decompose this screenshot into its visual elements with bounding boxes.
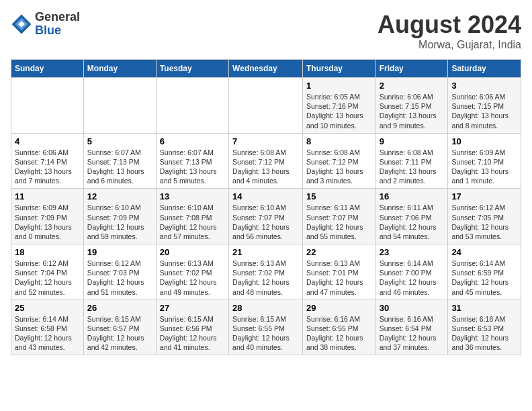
calendar-cell: 27Sunrise: 6:15 AMSunset: 6:56 PMDayligh…	[156, 300, 228, 355]
day-header-sunday: Sunday	[11, 60, 84, 78]
cell-detail: Daylight: 12 hours and 42 minutes.	[87, 333, 152, 352]
day-number: 26	[87, 303, 152, 313]
calendar-cell: 14Sunrise: 6:10 AMSunset: 7:07 PMDayligh…	[229, 189, 303, 244]
calendar-cell	[229, 78, 303, 134]
cell-detail: Sunrise: 6:08 AM	[232, 148, 299, 157]
day-number: 3	[451, 81, 517, 91]
cell-detail: Daylight: 12 hours and 55 minutes.	[306, 222, 372, 241]
calendar-cell: 16Sunrise: 6:11 AMSunset: 7:06 PMDayligh…	[375, 189, 448, 244]
cell-detail: Daylight: 12 hours and 56 minutes.	[232, 222, 299, 241]
calendar-cell: 5Sunrise: 6:07 AMSunset: 7:13 PMDaylight…	[83, 133, 156, 189]
cell-detail: Daylight: 12 hours and 45 minutes.	[451, 277, 517, 296]
day-header-saturday: Saturday	[448, 60, 521, 78]
calendar-cell: 30Sunrise: 6:16 AMSunset: 6:54 PMDayligh…	[375, 300, 448, 355]
cell-detail: Sunset: 7:02 PM	[160, 268, 225, 277]
logo-blue: Blue	[35, 24, 80, 38]
cell-detail: Sunrise: 6:16 AM	[380, 314, 445, 324]
calendar-cell	[11, 78, 84, 134]
calendar-cell	[83, 78, 156, 134]
day-header-tuesday: Tuesday	[156, 60, 228, 78]
day-number: 12	[87, 191, 152, 201]
cell-detail: Daylight: 13 hours and 2 minutes.	[380, 167, 445, 185]
calendar-cell: 22Sunrise: 6:13 AMSunset: 7:01 PMDayligh…	[302, 244, 375, 300]
cell-detail: Daylight: 12 hours and 41 minutes.	[160, 333, 225, 352]
cell-detail: Daylight: 12 hours and 53 minutes.	[451, 222, 517, 241]
cell-detail: Daylight: 12 hours and 59 minutes.	[87, 222, 152, 241]
calendar-cell: 3Sunrise: 6:06 AMSunset: 7:15 PMDaylight…	[448, 78, 521, 134]
cell-detail: Sunrise: 6:15 AM	[232, 314, 299, 324]
cell-detail: Sunset: 7:12 PM	[232, 157, 299, 167]
cell-detail: Sunset: 7:07 PM	[306, 213, 372, 222]
calendar-cell: 26Sunrise: 6:15 AMSunset: 6:57 PMDayligh…	[83, 300, 156, 355]
title-block: August 2024 Morwa, Gujarat, India	[378, 11, 521, 51]
calendar-cell: 7Sunrise: 6:08 AMSunset: 7:12 PMDaylight…	[229, 133, 303, 189]
cell-detail: Sunrise: 6:05 AM	[306, 92, 372, 101]
cell-detail: Daylight: 13 hours and 7 minutes.	[15, 167, 80, 185]
cell-detail: Daylight: 13 hours and 8 minutes.	[451, 111, 517, 130]
cell-detail: Sunrise: 6:06 AM	[380, 92, 445, 101]
day-header-monday: Monday	[83, 60, 156, 78]
month-title: August 2024	[378, 11, 521, 39]
cell-detail: Sunset: 7:15 PM	[451, 101, 517, 111]
calendar-cell: 18Sunrise: 6:12 AMSunset: 7:04 PMDayligh…	[11, 244, 84, 300]
cell-detail: Sunrise: 6:16 AM	[306, 314, 372, 324]
cell-detail: Sunrise: 6:13 AM	[160, 259, 225, 268]
cell-detail: Sunset: 6:57 PM	[87, 324, 152, 333]
cell-detail: Sunrise: 6:09 AM	[451, 148, 517, 157]
day-number: 16	[380, 191, 445, 201]
day-number: 23	[380, 247, 445, 257]
cell-detail: Sunrise: 6:08 AM	[306, 148, 372, 157]
day-number: 20	[160, 247, 225, 257]
cell-detail: Sunset: 6:59 PM	[451, 268, 517, 277]
day-number: 10	[451, 136, 517, 146]
day-number: 11	[15, 191, 80, 201]
cell-detail: Daylight: 13 hours and 6 minutes.	[87, 167, 152, 185]
day-number: 2	[380, 81, 445, 91]
cell-detail: Daylight: 13 hours and 4 minutes.	[232, 167, 299, 185]
day-number: 5	[87, 136, 152, 146]
cell-detail: Sunrise: 6:14 AM	[380, 259, 445, 268]
day-number: 9	[380, 136, 445, 146]
calendar-cell: 4Sunrise: 6:06 AMSunset: 7:14 PMDaylight…	[11, 133, 84, 189]
day-number: 22	[306, 247, 372, 257]
calendar-cell: 8Sunrise: 6:08 AMSunset: 7:12 PMDaylight…	[302, 133, 375, 189]
cell-detail: Sunset: 7:13 PM	[87, 157, 152, 167]
week-row-1: 1Sunrise: 6:05 AMSunset: 7:16 PMDaylight…	[11, 78, 521, 134]
cell-detail: Daylight: 12 hours and 43 minutes.	[15, 333, 80, 352]
cell-detail: Sunset: 7:16 PM	[306, 101, 372, 111]
calendar-cell: 17Sunrise: 6:12 AMSunset: 7:05 PMDayligh…	[448, 189, 521, 244]
cell-detail: Daylight: 13 hours and 9 minutes.	[380, 111, 445, 130]
cell-detail: Sunset: 7:15 PM	[380, 101, 445, 111]
cell-detail: Sunset: 6:58 PM	[15, 324, 80, 333]
cell-detail: Sunrise: 6:13 AM	[306, 259, 372, 268]
cell-detail: Sunrise: 6:13 AM	[232, 259, 299, 268]
cell-detail: Sunrise: 6:14 AM	[451, 259, 517, 268]
day-number: 21	[232, 247, 299, 257]
cell-detail: Sunrise: 6:15 AM	[160, 314, 225, 324]
day-number: 13	[160, 191, 225, 201]
cell-detail: Sunrise: 6:10 AM	[87, 203, 152, 212]
day-number: 15	[306, 191, 372, 201]
week-row-2: 4Sunrise: 6:06 AMSunset: 7:14 PMDaylight…	[11, 133, 521, 189]
calendar-cell: 11Sunrise: 6:09 AMSunset: 7:09 PMDayligh…	[11, 189, 84, 244]
calendar-cell: 21Sunrise: 6:13 AMSunset: 7:02 PMDayligh…	[229, 244, 303, 300]
cell-detail: Sunset: 7:05 PM	[451, 213, 517, 222]
day-number: 28	[232, 303, 299, 313]
cell-detail: Sunset: 7:14 PM	[15, 157, 80, 167]
day-number: 7	[232, 136, 299, 146]
week-row-3: 11Sunrise: 6:09 AMSunset: 7:09 PMDayligh…	[11, 189, 521, 244]
cell-detail: Daylight: 12 hours and 48 minutes.	[232, 277, 299, 296]
day-number: 19	[87, 247, 152, 257]
cell-detail: Sunset: 7:06 PM	[380, 213, 445, 222]
calendar-cell: 31Sunrise: 6:16 AMSunset: 6:53 PMDayligh…	[448, 300, 521, 355]
cell-detail: Sunrise: 6:12 AM	[451, 203, 517, 212]
calendar-cell: 12Sunrise: 6:10 AMSunset: 7:09 PMDayligh…	[83, 189, 156, 244]
day-number: 6	[160, 136, 225, 146]
cell-detail: Daylight: 12 hours and 52 minutes.	[15, 277, 80, 296]
day-number: 25	[15, 303, 80, 313]
day-number: 24	[451, 247, 517, 257]
calendar-cell: 28Sunrise: 6:15 AMSunset: 6:55 PMDayligh…	[229, 300, 303, 355]
calendar-cell: 24Sunrise: 6:14 AMSunset: 6:59 PMDayligh…	[448, 244, 521, 300]
cell-detail: Daylight: 12 hours and 40 minutes.	[232, 333, 299, 352]
cell-detail: Sunset: 7:11 PM	[380, 157, 445, 167]
